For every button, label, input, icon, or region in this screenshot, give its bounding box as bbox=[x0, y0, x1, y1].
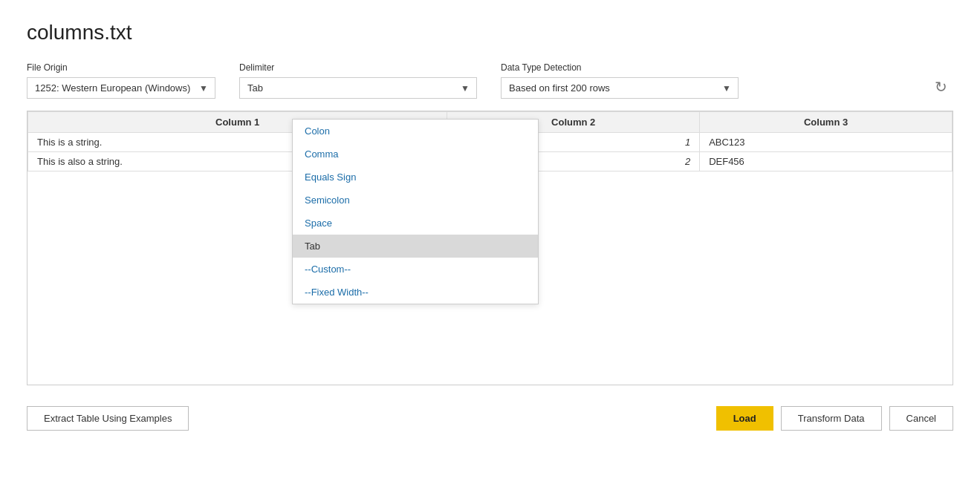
file-origin-select[interactable]: 1252: Western European (Windows) UTF-8 U… bbox=[27, 77, 215, 99]
controls-row: File Origin 1252: Western European (Wind… bbox=[27, 62, 953, 99]
footer-left: Extract Table Using Examples bbox=[27, 406, 189, 431]
row2-col3: DEF456 bbox=[700, 152, 953, 172]
refresh-icon-area: ↻ bbox=[929, 75, 953, 99]
delimiter-option-colon[interactable]: Colon bbox=[293, 120, 538, 143]
footer-right: Load Transform Data Cancel bbox=[716, 406, 953, 431]
delimiter-dropdown: Colon Comma Equals Sign Semicolon Space … bbox=[292, 119, 539, 304]
file-origin-group: File Origin 1252: Western European (Wind… bbox=[27, 62, 215, 99]
data-type-select-wrapper[interactable]: Based on first 200 rows Based on entire … bbox=[501, 77, 739, 99]
delimiter-option-tab[interactable]: Tab bbox=[293, 235, 538, 258]
footer: Extract Table Using Examples Load Transf… bbox=[27, 397, 953, 442]
data-type-detection-label: Data Type Detection bbox=[501, 62, 739, 73]
data-type-detection-group: Data Type Detection Based on first 200 r… bbox=[501, 62, 739, 99]
delimiter-select[interactable]: Tab bbox=[239, 77, 477, 99]
delimiter-option-space[interactable]: Space bbox=[293, 212, 538, 235]
row1-col3: ABC123 bbox=[700, 133, 953, 152]
delimiter-option-comma[interactable]: Comma bbox=[293, 143, 538, 166]
delimiter-option-equals[interactable]: Equals Sign bbox=[293, 166, 538, 189]
column-3-header: Column 3 bbox=[700, 112, 953, 133]
delimiter-label: Delimiter bbox=[239, 62, 477, 73]
delimiter-group: Delimiter Tab ▼ bbox=[239, 62, 477, 99]
delimiter-option-custom[interactable]: --Custom-- bbox=[293, 258, 538, 281]
extract-table-button[interactable]: Extract Table Using Examples bbox=[27, 406, 189, 431]
dialog-title: columns.txt bbox=[27, 21, 953, 45]
cancel-button[interactable]: Cancel bbox=[889, 406, 953, 431]
delimiter-option-semicolon[interactable]: Semicolon bbox=[293, 189, 538, 212]
file-origin-label: File Origin bbox=[27, 62, 215, 73]
file-origin-select-wrapper[interactable]: 1252: Western European (Windows) UTF-8 U… bbox=[27, 77, 215, 99]
data-type-select[interactable]: Based on first 200 rows Based on entire … bbox=[501, 77, 739, 99]
delimiter-option-fixed-width[interactable]: --Fixed Width-- bbox=[293, 281, 538, 304]
transform-data-button[interactable]: Transform Data bbox=[781, 406, 882, 431]
delimiter-select-wrapper[interactable]: Tab ▼ bbox=[239, 77, 477, 99]
refresh-button[interactable]: ↻ bbox=[929, 75, 953, 99]
load-button[interactable]: Load bbox=[716, 406, 773, 431]
